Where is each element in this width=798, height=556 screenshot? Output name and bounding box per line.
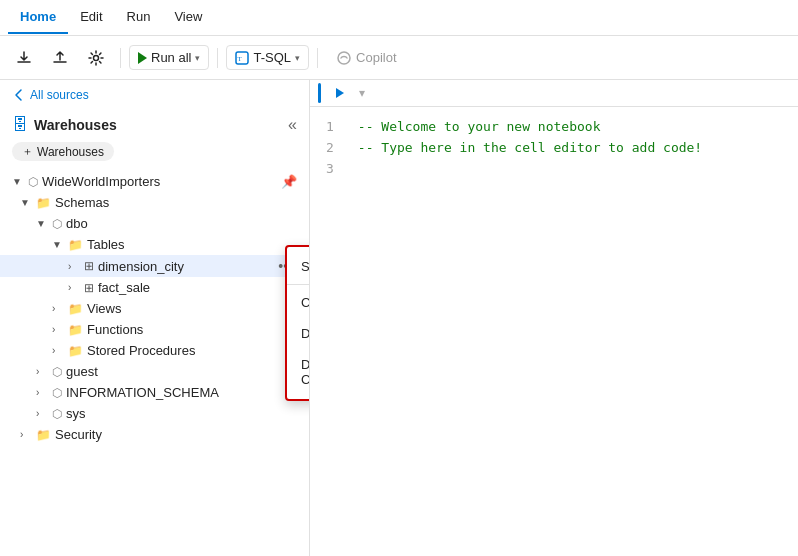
svg-point-0 <box>94 55 99 60</box>
database-icon: ⬡ <box>28 175 38 189</box>
code-text-1: -- Welcome to your new notebook <box>358 117 601 138</box>
code-line-2: 2 -- Type here in the cell editor to add… <box>326 138 782 159</box>
run-all-button[interactable]: Run all ▾ <box>129 45 209 70</box>
back-arrow-icon <box>12 88 26 102</box>
sys-label: sys <box>66 406 86 421</box>
tree-item-functions[interactable]: › 📁 Functions <box>0 319 309 340</box>
tree-item-views[interactable]: › 📁 Views <box>0 298 309 319</box>
schema-icon: ⬡ <box>52 365 62 379</box>
folder-icon: 📁 <box>68 344 83 358</box>
editor-run-button[interactable] <box>329 82 351 104</box>
security-label: Security <box>55 427 102 442</box>
tsql-button[interactable]: T T-SQL ▾ <box>226 45 309 70</box>
editor-toolbar: ▾ <box>310 80 798 107</box>
ctx-drop-and-create[interactable]: DROP and CREATE <box>287 349 309 395</box>
fact-sale-label: fact_sale <box>98 280 150 295</box>
expand-chevron: › <box>36 366 46 377</box>
tree-item-stored-procedures[interactable]: › 📁 Stored Procedures <box>0 340 309 361</box>
settings-button[interactable] <box>80 46 112 70</box>
run-triangle-icon <box>336 88 344 98</box>
expand-chevron: › <box>52 303 62 314</box>
tree-item-dimension-city[interactable]: › ⊞ dimension_city ••• <box>0 255 309 277</box>
line-number-2: 2 <box>326 138 334 159</box>
schemas-label: Schemas <box>55 195 109 210</box>
main-layout: All sources 🗄 Warehouses « ＋ Warehouses … <box>0 80 798 556</box>
select-top-100-label: SELECT TOP 100 <box>301 259 309 274</box>
blue-indicator <box>318 83 321 103</box>
ctx-separator <box>287 284 309 285</box>
tables-label: Tables <box>87 237 125 252</box>
expand-chevron: › <box>68 282 78 293</box>
toolbar-separator-3 <box>317 48 318 68</box>
tree-item-security[interactable]: › 📁 Security <box>0 424 309 445</box>
stored-procedures-label: Stored Procedures <box>87 343 195 358</box>
run-icon <box>138 52 147 64</box>
table-icon: ⊞ <box>84 281 94 295</box>
export-icon <box>52 50 68 66</box>
create-label: CREATE <box>301 295 309 310</box>
import-icon <box>16 50 32 66</box>
ctx-drop[interactable]: DROP <box>287 318 309 349</box>
tsql-icon: T <box>235 51 249 65</box>
copilot-icon <box>336 50 352 66</box>
editor-expand-button[interactable]: ▾ <box>359 86 365 100</box>
code-line-1: 1 -- Welcome to your new notebook <box>326 117 782 138</box>
plus-icon: ＋ <box>22 144 33 159</box>
table-icon: ⊞ <box>84 259 94 273</box>
line-number-3: 3 <box>326 159 334 180</box>
dimension-city-row: › ⊞ dimension_city ••• SELECT TOP 100 CR… <box>0 255 309 277</box>
context-menu: SELECT TOP 100 CREATE › DROP DROP and CR… <box>285 245 309 401</box>
tree-item-guest[interactable]: › ⬡ guest <box>0 361 309 382</box>
folder-icon: 📁 <box>36 196 51 210</box>
tab-run[interactable]: Run <box>115 1 163 34</box>
tree-view: ▼ ⬡ WideWorldImporters 📌 ▼ 📁 Schemas ▼ ⬡… <box>0 167 309 556</box>
back-label: All sources <box>30 88 89 102</box>
toolbar: Run all ▾ T T-SQL ▾ Copilot <box>0 36 798 80</box>
folder-icon: 📁 <box>68 323 83 337</box>
collapse-sidebar-button[interactable]: « <box>288 116 297 134</box>
tab-edit[interactable]: Edit <box>68 1 114 34</box>
tab-view[interactable]: View <box>162 1 214 34</box>
editor-area: ▾ 1 -- Welcome to your new notebook 2 --… <box>310 80 798 556</box>
ctx-create[interactable]: CREATE › <box>287 287 309 318</box>
expand-chevron: › <box>68 261 78 272</box>
svg-text:T: T <box>238 55 243 63</box>
tree-item-wideworldimporters[interactable]: ▼ ⬡ WideWorldImporters 📌 <box>0 171 309 192</box>
warehouse-db-icon: 🗄 <box>12 116 28 134</box>
tsql-chevron: ▾ <box>295 53 300 63</box>
folder-icon: 📁 <box>68 302 83 316</box>
import-button[interactable] <box>8 46 40 70</box>
tab-home[interactable]: Home <box>8 1 68 34</box>
back-to-sources[interactable]: All sources <box>0 80 309 110</box>
guest-label: guest <box>66 364 98 379</box>
functions-label: Functions <box>87 322 143 337</box>
schema-icon: ⬡ <box>52 217 62 231</box>
drop-and-create-label: DROP and CREATE <box>301 357 309 387</box>
expand-chevron: ▼ <box>52 239 62 250</box>
warehouse-chip[interactable]: ＋ Warehouses <box>12 142 114 161</box>
run-all-chevron: ▾ <box>195 53 200 63</box>
tree-item-tables[interactable]: ▼ 📁 Tables <box>0 234 309 255</box>
tree-item-sys[interactable]: › ⬡ sys <box>0 403 309 424</box>
expand-chevron: › <box>20 429 30 440</box>
expand-chevron: ▼ <box>12 176 22 187</box>
tree-item-schemas[interactable]: ▼ 📁 Schemas <box>0 192 309 213</box>
copilot-button[interactable]: Copilot <box>326 46 406 70</box>
gear-icon <box>88 50 104 66</box>
expand-chevron: ▼ <box>20 197 30 208</box>
export-button[interactable] <box>44 46 76 70</box>
expand-chevron: › <box>36 387 46 398</box>
sidebar: All sources 🗄 Warehouses « ＋ Warehouses … <box>0 80 310 556</box>
expand-chevron: ▼ <box>36 218 46 229</box>
copilot-label: Copilot <box>356 50 396 65</box>
tree-item-information-schema[interactable]: › ⬡ INFORMATION_SCHEMA <box>0 382 309 403</box>
code-line-3: 3 <box>326 159 782 180</box>
svg-point-3 <box>338 52 350 64</box>
ctx-select-top-100[interactable]: SELECT TOP 100 <box>287 251 309 282</box>
folder-icon: 📁 <box>36 428 51 442</box>
tree-item-fact-sale[interactable]: › ⊞ fact_sale <box>0 277 309 298</box>
schema-icon: ⬡ <box>52 386 62 400</box>
wideworldimporters-label: WideWorldImporters <box>42 174 160 189</box>
editor-content[interactable]: 1 -- Welcome to your new notebook 2 -- T… <box>310 107 798 556</box>
tree-item-dbo[interactable]: ▼ ⬡ dbo <box>0 213 309 234</box>
